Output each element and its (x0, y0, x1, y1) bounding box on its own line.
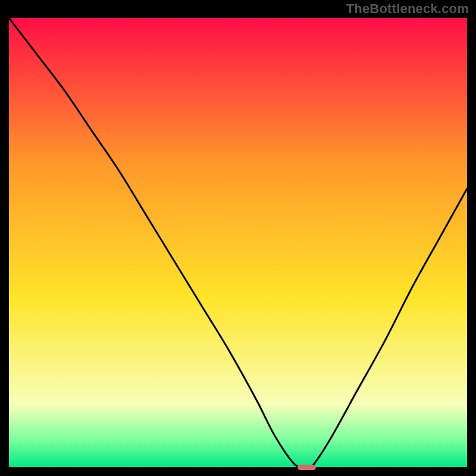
chart-stage: TheBottleneck.com (0, 0, 476, 476)
optimal-marker (298, 465, 316, 470)
plot-frame (9, 18, 467, 467)
bottleneck-plot (9, 18, 467, 467)
watermark-text: TheBottleneck.com (346, 1, 469, 17)
gradient-rect (9, 18, 467, 467)
